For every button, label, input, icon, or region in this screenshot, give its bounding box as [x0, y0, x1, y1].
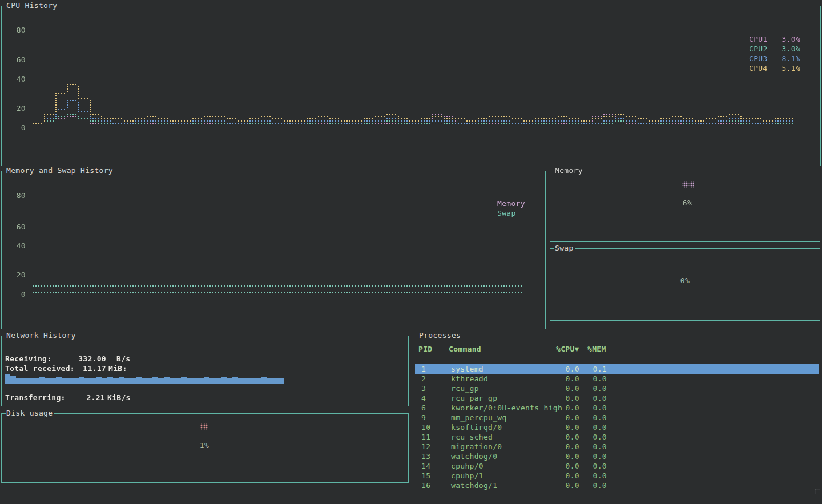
process-mem: 0.0 — [581, 404, 607, 412]
process-cpu: 0.0 — [552, 471, 579, 480]
process-row-watchdog/1[interactable]: 16watchdog/10.00.0 — [415, 481, 819, 490]
process-row-mm_percpu_wq[interactable]: 9mm_percpu_wq0.00.0 — [415, 413, 819, 422]
memory-swap-history-chart — [2, 171, 545, 329]
process-row-cpuhp/0[interactable]: 14cpuhp/00.00.0 — [415, 461, 819, 471]
cpu-ytick-0: 0 — [11, 123, 26, 132]
resize-grip-icon[interactable] — [815, 489, 820, 494]
process-pid: 6 — [421, 404, 426, 412]
process-row-migration/0[interactable]: 12migration/00.00.0 — [415, 442, 819, 451]
process-mem: 0.0 — [581, 374, 607, 383]
process-mem: 0.0 — [581, 394, 607, 402]
process-pid: 12 — [421, 442, 430, 451]
process-cpu: 0.0 — [552, 481, 579, 490]
process-mem: 0.0 — [581, 433, 607, 441]
process-row-cpuhp/1[interactable]: 15cpuhp/10.00.0 — [415, 471, 819, 481]
processes-panel: Processes PID Command %CPU▼ %MEM 1system… — [414, 336, 820, 494]
process-cpu: 0.0 — [552, 404, 579, 412]
memory-usage-pie-icon — [682, 181, 694, 188]
cpu-legend-cpu3: CPU38.1% — [749, 54, 800, 64]
transferring-label: Transferring: — [5, 393, 66, 402]
process-cpu: 0.0 — [552, 423, 579, 432]
process-command: cpuhp/0 — [451, 462, 483, 470]
swap-percent: 0% — [672, 276, 698, 285]
cpu-legend-label: CPU3 — [749, 54, 768, 63]
process-command: kworker/0:0H-events_high — [451, 404, 562, 412]
process-command: rcu_sched — [451, 433, 493, 441]
cpu-ytick-60: 60 — [11, 55, 26, 64]
process-cpu: 0.0 — [552, 394, 579, 402]
cpu-legend-value: 3.0% — [781, 35, 800, 43]
process-pid: 10 — [421, 423, 430, 432]
cpu-legend-cpu1: CPU13.0% — [749, 35, 800, 45]
receiving-label: Receiving: — [5, 354, 51, 363]
process-pid: 3 — [421, 384, 426, 393]
memory-swap-history-panel: Memory and Swap History 806040200 Memory… — [1, 171, 546, 329]
total-received-value: 11.17 — [61, 364, 106, 373]
memory-percent: 6% — [675, 199, 700, 207]
process-cpu: 0.0 — [552, 452, 579, 461]
column-header-command[interactable]: Command — [449, 345, 481, 353]
process-cpu: 0.0 — [552, 462, 579, 470]
memswap-ytick-20: 20 — [11, 271, 26, 279]
process-mem: 0.1 — [581, 365, 607, 373]
process-pid: 9 — [421, 413, 426, 422]
processes-title: Processes — [418, 331, 462, 340]
memswap-ytick-60: 60 — [11, 223, 26, 231]
cpu-legend-value: 5.1% — [781, 64, 800, 72]
process-cpu: 0.0 — [552, 374, 579, 383]
process-cpu: 0.0 — [552, 442, 579, 451]
column-header-pid[interactable]: PID — [418, 345, 432, 353]
process-command: rcu_par_gp — [451, 394, 497, 402]
process-mem: 0.0 — [581, 384, 607, 393]
process-row-rcu_gp[interactable]: 3rcu_gp0.00.0 — [415, 384, 819, 393]
process-row-watchdog/0[interactable]: 13watchdog/00.00.0 — [415, 451, 819, 461]
receiving-value: 332.00 — [61, 354, 106, 363]
cpu-legend-value: 8.1% — [781, 54, 800, 63]
memswap-legend-memory: Memory — [497, 199, 525, 208]
receiving-unit: B/s — [116, 354, 130, 363]
process-command: rcu_gp — [451, 384, 479, 393]
memswap-ytick-0: 0 — [11, 290, 26, 299]
memswap-ytick-80: 80 — [11, 191, 26, 200]
cpu-legend-cpu4: CPU45.1% — [749, 64, 800, 74]
process-cpu: 0.0 — [552, 384, 579, 393]
process-row-kthreadd[interactable]: 2kthreadd0.00.0 — [415, 374, 819, 384]
process-row-rcu_sched[interactable]: 11rcu_sched0.00.0 — [415, 432, 819, 442]
memory-title: Memory — [554, 166, 585, 175]
process-cpu: 0.0 — [552, 433, 579, 441]
process-cpu: 0.0 — [552, 413, 579, 422]
process-row-rcu_par_gp[interactable]: 4rcu_par_gp0.00.0 — [415, 393, 819, 403]
process-pid: 13 — [421, 452, 430, 461]
process-command: systemd — [451, 365, 483, 373]
process-mem: 0.0 — [581, 413, 607, 422]
disk-usage-panel: Disk usage 1% — [1, 413, 409, 483]
cpu-legend-label: CPU2 — [749, 45, 768, 53]
cpu-ytick-40: 40 — [11, 75, 26, 83]
process-pid: 15 — [421, 471, 430, 480]
process-command: cpuhp/1 — [451, 471, 483, 480]
process-pid: 4 — [421, 394, 426, 402]
process-row-ksoftirqd/0[interactable]: 10ksoftirqd/00.00.0 — [415, 422, 819, 432]
column-header-mem[interactable]: %MEM — [587, 345, 606, 353]
cpu-legend-cpu2: CPU23.0% — [749, 45, 800, 54]
system-monitor-screen: CPU History 806040200 CPU13.0%CPU23.0%CP… — [0, 0, 822, 504]
transferring-value: 2.21 — [61, 393, 105, 402]
process-row-systemd[interactable]: 1systemd0.00.1 — [415, 364, 819, 374]
transferring-unit: KiB/s — [107, 393, 131, 402]
process-pid: 1 — [421, 365, 426, 373]
swap-title: Swap — [554, 244, 575, 252]
memory-panel: Memory 6% — [550, 171, 820, 242]
cpu-history-chart — [2, 6, 820, 166]
process-command: watchdog/1 — [451, 481, 497, 490]
disk-usage-pie-icon — [200, 423, 208, 430]
memswap-legend-swap: Swap — [497, 209, 516, 217]
column-header-cpu[interactable]: %CPU▼ — [556, 345, 579, 353]
process-row-kworker/0:0H-events_high[interactable]: 6kworker/0:0H-events_high0.00.0 — [415, 403, 819, 413]
total-received-unit: MiB: — [108, 364, 127, 373]
process-command: mm_percpu_wq — [451, 413, 507, 422]
process-pid: 16 — [421, 481, 430, 490]
cpu-legend-label: CPU4 — [749, 64, 768, 72]
process-command: kthreadd — [451, 374, 488, 383]
swap-panel: Swap 0% — [550, 248, 820, 321]
process-mem: 0.0 — [581, 462, 607, 470]
